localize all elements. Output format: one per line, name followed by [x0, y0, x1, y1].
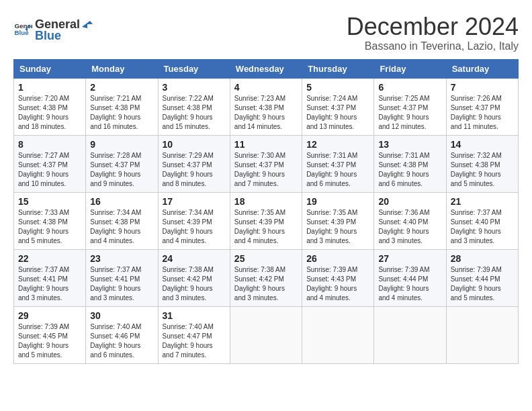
cell-info: Sunrise: 7:39 AMSunset: 4:44 PMDaylight:…: [451, 265, 514, 303]
cell-info: Sunrise: 7:35 AMSunset: 4:39 PMDaylight:…: [306, 208, 369, 246]
day-number: 4: [234, 82, 298, 93]
weekday-header-row: SundayMondayTuesdayWednesdayThursdayFrid…: [14, 59, 519, 78]
calendar-cell: 1Sunrise: 7:20 AMSunset: 4:38 PMDaylight…: [14, 78, 86, 135]
page-header: General Blue General Blue December 2024 …: [13, 13, 519, 52]
calendar-cell: 12Sunrise: 7:31 AMSunset: 4:37 PMDayligh…: [302, 135, 374, 192]
cell-info: Sunrise: 7:22 AMSunset: 4:38 PMDaylight:…: [163, 94, 226, 132]
calendar-cell: 8Sunrise: 7:27 AMSunset: 4:37 PMDaylight…: [14, 135, 86, 192]
calendar-cell: 7Sunrise: 7:26 AMSunset: 4:37 PMDaylight…: [446, 78, 518, 135]
cell-info: Sunrise: 7:40 AMSunset: 4:46 PMDaylight:…: [90, 322, 153, 360]
cell-info: Sunrise: 7:23 AMSunset: 4:38 PMDaylight:…: [234, 94, 298, 132]
day-number: 5: [306, 82, 369, 93]
day-number: 12: [306, 139, 369, 150]
weekday-header-friday: Friday: [374, 59, 446, 78]
calendar-cell: 23Sunrise: 7:37 AMSunset: 4:41 PMDayligh…: [86, 249, 158, 306]
day-number: 18: [234, 196, 298, 207]
day-number: 10: [163, 139, 226, 150]
logo-icon: General Blue: [13, 19, 32, 38]
calendar-cell: 10Sunrise: 7:29 AMSunset: 4:37 PMDayligh…: [158, 135, 230, 192]
day-number: 29: [18, 310, 81, 321]
weekday-header-sunday: Sunday: [14, 59, 86, 78]
day-number: 22: [18, 253, 81, 264]
calendar-cell: 9Sunrise: 7:28 AMSunset: 4:37 PMDaylight…: [86, 135, 158, 192]
day-number: 27: [378, 253, 441, 264]
calendar-cell: 18Sunrise: 7:35 AMSunset: 4:39 PMDayligh…: [230, 192, 302, 249]
day-number: 13: [378, 139, 441, 150]
calendar-cell: 5Sunrise: 7:24 AMSunset: 4:37 PMDaylight…: [302, 78, 374, 135]
calendar-cell: [230, 306, 302, 363]
calendar-cell: 15Sunrise: 7:33 AMSunset: 4:38 PMDayligh…: [14, 192, 86, 249]
weekday-header-tuesday: Tuesday: [158, 59, 230, 78]
cell-info: Sunrise: 7:37 AMSunset: 4:40 PMDaylight:…: [451, 208, 514, 246]
calendar-cell: 25Sunrise: 7:38 AMSunset: 4:42 PMDayligh…: [230, 249, 302, 306]
week-row-4: 22Sunrise: 7:37 AMSunset: 4:41 PMDayligh…: [14, 249, 519, 306]
calendar-cell: 2Sunrise: 7:21 AMSunset: 4:38 PMDaylight…: [86, 78, 158, 135]
cell-info: Sunrise: 7:37 AMSunset: 4:41 PMDaylight:…: [90, 265, 153, 303]
calendar-cell: 3Sunrise: 7:22 AMSunset: 4:38 PMDaylight…: [158, 78, 230, 135]
day-number: 30: [90, 310, 153, 321]
cell-info: Sunrise: 7:36 AMSunset: 4:40 PMDaylight:…: [378, 208, 441, 246]
day-number: 6: [378, 82, 441, 93]
week-row-3: 15Sunrise: 7:33 AMSunset: 4:38 PMDayligh…: [14, 192, 519, 249]
cell-info: Sunrise: 7:30 AMSunset: 4:37 PMDaylight:…: [234, 151, 298, 189]
cell-info: Sunrise: 7:35 AMSunset: 4:39 PMDaylight:…: [234, 208, 298, 246]
day-number: 24: [163, 253, 226, 264]
cell-info: Sunrise: 7:37 AMSunset: 4:41 PMDaylight:…: [18, 265, 81, 303]
cell-info: Sunrise: 7:34 AMSunset: 4:39 PMDaylight:…: [163, 208, 226, 246]
calendar-cell: 13Sunrise: 7:31 AMSunset: 4:38 PMDayligh…: [374, 135, 446, 192]
weekday-header-monday: Monday: [86, 59, 158, 78]
calendar-cell: 4Sunrise: 7:23 AMSunset: 4:38 PMDaylight…: [230, 78, 302, 135]
weekday-header-thursday: Thursday: [302, 59, 374, 78]
day-number: 7: [451, 82, 514, 93]
calendar-cell: 11Sunrise: 7:30 AMSunset: 4:37 PMDayligh…: [230, 135, 302, 192]
location-title: Bassano in Teverina, Lazio, Italy: [347, 40, 519, 52]
month-title: December 2024: [347, 13, 519, 40]
cell-info: Sunrise: 7:31 AMSunset: 4:38 PMDaylight:…: [378, 151, 441, 189]
week-row-2: 8Sunrise: 7:27 AMSunset: 4:37 PMDaylight…: [14, 135, 519, 192]
day-number: 28: [451, 253, 514, 264]
day-number: 16: [90, 196, 153, 207]
calendar-cell: 26Sunrise: 7:39 AMSunset: 4:43 PMDayligh…: [302, 249, 374, 306]
cell-info: Sunrise: 7:39 AMSunset: 4:44 PMDaylight:…: [378, 265, 441, 303]
cell-info: Sunrise: 7:38 AMSunset: 4:42 PMDaylight:…: [234, 265, 298, 303]
week-row-5: 29Sunrise: 7:39 AMSunset: 4:45 PMDayligh…: [14, 306, 519, 363]
calendar-cell: [374, 306, 446, 363]
calendar-cell: [446, 306, 518, 363]
cell-info: Sunrise: 7:39 AMSunset: 4:45 PMDaylight:…: [18, 322, 81, 360]
cell-info: Sunrise: 7:29 AMSunset: 4:37 PMDaylight:…: [163, 151, 226, 189]
calendar-cell: 16Sunrise: 7:34 AMSunset: 4:38 PMDayligh…: [86, 192, 158, 249]
cell-info: Sunrise: 7:24 AMSunset: 4:37 PMDaylight:…: [306, 94, 369, 132]
calendar-cell: 30Sunrise: 7:40 AMSunset: 4:46 PMDayligh…: [86, 306, 158, 363]
logo-arrow-icon: [81, 13, 93, 28]
calendar-cell: 21Sunrise: 7:37 AMSunset: 4:40 PMDayligh…: [446, 192, 518, 249]
day-number: 19: [306, 196, 369, 207]
calendar-cell: 19Sunrise: 7:35 AMSunset: 4:39 PMDayligh…: [302, 192, 374, 249]
day-number: 2: [90, 82, 153, 93]
day-number: 20: [378, 196, 441, 207]
week-row-1: 1Sunrise: 7:20 AMSunset: 4:38 PMDaylight…: [14, 78, 519, 135]
cell-info: Sunrise: 7:21 AMSunset: 4:38 PMDaylight:…: [90, 94, 153, 132]
svg-text:Blue: Blue: [14, 29, 29, 36]
calendar-cell: 24Sunrise: 7:38 AMSunset: 4:42 PMDayligh…: [158, 249, 230, 306]
weekday-header-saturday: Saturday: [446, 59, 518, 78]
cell-info: Sunrise: 7:38 AMSunset: 4:42 PMDaylight:…: [163, 265, 226, 303]
logo: General Blue General Blue: [13, 13, 93, 43]
calendar-cell: 22Sunrise: 7:37 AMSunset: 4:41 PMDayligh…: [14, 249, 86, 306]
day-number: 8: [18, 139, 81, 150]
day-number: 1: [18, 82, 81, 93]
day-number: 9: [90, 139, 153, 150]
day-number: 11: [234, 139, 298, 150]
calendar-cell: 29Sunrise: 7:39 AMSunset: 4:45 PMDayligh…: [14, 306, 86, 363]
day-number: 23: [90, 253, 153, 264]
calendar-cell: 6Sunrise: 7:25 AMSunset: 4:37 PMDaylight…: [374, 78, 446, 135]
calendar-cell: 27Sunrise: 7:39 AMSunset: 4:44 PMDayligh…: [374, 249, 446, 306]
day-number: 15: [18, 196, 81, 207]
day-number: 21: [451, 196, 514, 207]
calendar-cell: 20Sunrise: 7:36 AMSunset: 4:40 PMDayligh…: [374, 192, 446, 249]
cell-info: Sunrise: 7:31 AMSunset: 4:37 PMDaylight:…: [306, 151, 369, 189]
cell-info: Sunrise: 7:20 AMSunset: 4:38 PMDaylight:…: [18, 94, 81, 132]
cell-info: Sunrise: 7:32 AMSunset: 4:38 PMDaylight:…: [451, 151, 514, 189]
cell-info: Sunrise: 7:27 AMSunset: 4:37 PMDaylight:…: [18, 151, 81, 189]
weekday-header-wednesday: Wednesday: [230, 59, 302, 78]
day-number: 26: [306, 253, 369, 264]
